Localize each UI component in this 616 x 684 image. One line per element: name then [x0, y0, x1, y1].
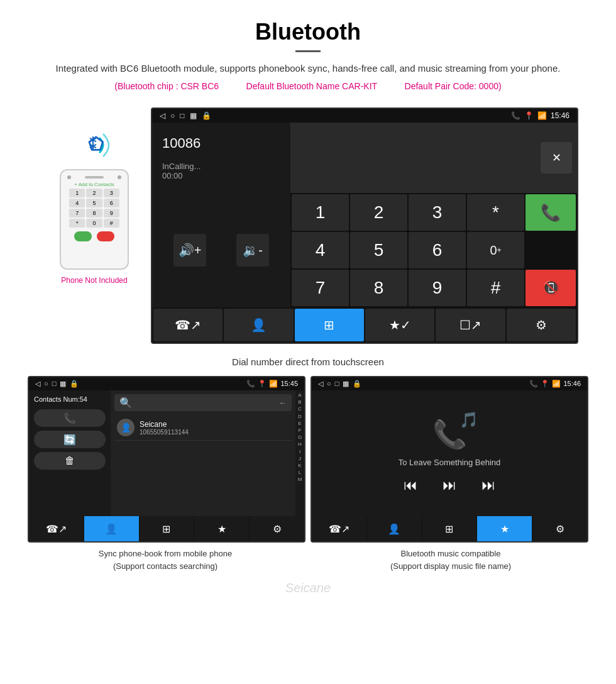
music-time: 15:46	[563, 380, 581, 388]
contacts-status-right: 📞 📍 📶 15:45	[246, 380, 298, 388]
backspace-button[interactable]: ✕	[541, 142, 572, 174]
calling-status: InCalling...	[162, 162, 280, 171]
music-caption-line2: (Support display music file name)	[390, 561, 511, 571]
contacts-wifi-icon: 📶	[269, 380, 278, 388]
contact-search-input[interactable]	[135, 399, 279, 407]
recents-icon: □	[180, 111, 184, 120]
mb-pad-btn[interactable]: ⊞	[422, 516, 477, 541]
music-caption-line1: Bluetooth music compatible	[401, 549, 501, 558]
refresh-action-button[interactable]: 🔄	[34, 431, 106, 448]
bottom-panels: ◁ ○ □ ▦ 🔒 📞 📍 📶 15:45 Contacts Num:54 📞 …	[0, 376, 616, 543]
phone-mock: ⬠ ⁑ + Add to Contacts 123 456 789 *0#	[38, 108, 151, 344]
contacts-caption: Sync phone-book from mobile phone (Suppo…	[28, 548, 303, 572]
key-8[interactable]: 8	[350, 270, 407, 306]
call-timer: 00:00	[162, 171, 280, 180]
page-title: Bluetooth	[38, 19, 578, 45]
mb-phone-btn[interactable]: ☎↗	[312, 516, 366, 541]
lock-icon: 🔒	[202, 111, 211, 120]
contact-item[interactable]: 👤 Seicane 10655059113144	[114, 415, 292, 441]
header-specs: (Bluetooth chip : CSR BC6 Default Blueto…	[38, 81, 578, 91]
music-recents-icon: □	[335, 380, 339, 388]
music-body: 📞 🎵 To Leave Something Behind ⏮ ⏭ ⏭	[312, 390, 587, 516]
music-location-icon: 📍	[541, 380, 549, 388]
dial-status-bar: ◁ ○ □ ▦ 🔒 📞 📍 📶 15:46	[152, 109, 577, 123]
cb-pad-btn[interactable]: ⊞	[140, 516, 194, 541]
phone-image: + Add to Contacts 123 456 789 *0#	[60, 169, 129, 270]
contacts-count: Contacts Num:54	[34, 395, 106, 403]
hangup-button[interactable]: 📵	[525, 270, 576, 306]
backspace-small-icon: ←	[279, 399, 287, 407]
contacts-bottom-bar: ☎↗ 👤 ⊞ ★ ⚙	[29, 516, 304, 541]
key-4[interactable]: 4	[292, 232, 349, 268]
key-7[interactable]: 7	[292, 270, 349, 306]
contact-avatar: 👤	[117, 419, 135, 436]
dial-settings-btn[interactable]: ⚙	[507, 309, 576, 341]
key-1[interactable]: 1	[292, 194, 349, 231]
key-0plus[interactable]: 0+	[467, 232, 524, 268]
contacts-caption-line2: (Support contacts searching)	[113, 561, 217, 571]
music-bottom-bar: ☎↗ 👤 ⊞ ★ ⚙	[312, 516, 587, 541]
volume-down-button[interactable]: 🔉-	[236, 234, 269, 267]
key-hash[interactable]: #	[467, 270, 524, 306]
dial-contact-btn[interactable]: 👤	[224, 309, 293, 341]
prev-button[interactable]: ⏮	[404, 477, 417, 494]
contacts-caption-line1: Sync phone-book from mobile phone	[99, 549, 232, 558]
music-wifi-icon: 📶	[552, 380, 561, 388]
dial-section: ⬠ ⁑ + Add to Contacts 123 456 789 *0#	[0, 108, 616, 344]
delete-action-button[interactable]: 🗑	[34, 452, 106, 470]
contacts-recents-icon: □	[52, 380, 57, 388]
alpha-list: A B C D E F G H I J K L M	[295, 390, 304, 516]
dial-transfer-btn[interactable]: ☎↗	[153, 309, 223, 341]
music-phone-note-icon: 📞 🎵	[432, 414, 467, 451]
music-caption: Bluetooth music compatible (Support disp…	[313, 548, 588, 572]
bluetooth-icon: ⬠ ⁑	[75, 126, 113, 164]
bt-name: Default Bluetooth Name CAR-KIT	[246, 81, 378, 91]
key-3[interactable]: 3	[409, 194, 466, 231]
mb-settings-btn[interactable]: ⚙	[532, 516, 587, 541]
call-button[interactable]: 📞	[525, 194, 576, 231]
cb-phone-btn[interactable]: ☎↗	[29, 516, 84, 541]
dialed-number: 10086	[162, 135, 280, 152]
music-home-icon: ○	[327, 380, 331, 388]
contacts-phone-icon: 📞	[246, 380, 255, 388]
cb-settings-btn[interactable]: ⚙	[250, 516, 304, 541]
contacts-time: 15:45	[280, 380, 298, 388]
volume-up-button[interactable]: 🔊+	[173, 234, 206, 267]
key-2[interactable]: 2	[350, 194, 407, 231]
dial-bt-btn[interactable]: ★✓	[365, 309, 434, 341]
header-description: Integrated with BC6 Bluetooth module, su…	[38, 61, 578, 76]
status-left: ◁ ○ □ ▦ 🔒	[160, 111, 211, 120]
mb-contact-btn[interactable]: 👤	[367, 516, 422, 541]
key-6[interactable]: 6	[409, 232, 466, 268]
bt-code: Default Pair Code: 0000)	[405, 81, 502, 91]
cb-bt-btn[interactable]: ★	[194, 516, 249, 541]
phone-status-icon: 📞	[511, 111, 520, 120]
contacts-panel: ◁ ○ □ ▦ 🔒 📞 📍 📶 15:45 Contacts Num:54 📞 …	[28, 376, 305, 543]
dial-input-area: ✕	[290, 123, 577, 193]
dial-screen: ◁ ○ □ ▦ 🔒 📞 📍 📶 15:46 10086 InCalling...…	[151, 108, 578, 344]
dial-source-btn[interactable]: ☐↗	[436, 309, 505, 341]
volume-area: 🔊+ 🔉-	[152, 193, 290, 307]
call-action-button[interactable]: 📞	[34, 409, 106, 427]
dial-pad-btn[interactable]: ⊞	[295, 309, 364, 341]
music-panel: ◁ ○ □ ▦ 🔒 📞 📍 📶 15:46 📞 🎵 To Leave So	[311, 376, 588, 543]
key-star[interactable]: *	[467, 194, 524, 231]
contacts-home-icon: ○	[44, 380, 48, 388]
key-9[interactable]: 9	[409, 270, 466, 306]
notification-icon: ▦	[190, 111, 197, 120]
cb-contact-btn[interactable]: 👤	[84, 516, 139, 541]
contact-number: 10655059113144	[140, 429, 189, 436]
dial-middle: 🔊+ 🔉- 1 2 3 * 📞 4 5 6 0+ 7 8 9 # 📵	[152, 193, 577, 307]
search-icon: 🔍	[119, 397, 132, 409]
mb-bt-btn[interactable]: ★	[477, 516, 532, 541]
contact-info: Seicane 10655059113144	[140, 420, 189, 436]
skip-button[interactable]: ⏭	[481, 477, 495, 494]
contacts-lock-icon: 🔒	[70, 380, 79, 388]
bt-chip: (Bluetooth chip : CSR BC6	[114, 81, 219, 91]
key-5[interactable]: 5	[350, 232, 407, 268]
next-track-button[interactable]: ⏭	[443, 477, 456, 494]
home-icon: ○	[170, 111, 175, 120]
panel-captions: Sync phone-book from mobile phone (Suppo…	[0, 543, 616, 578]
contact-list: 🔍 ← 👤 Seicane 10655059113144	[111, 390, 295, 516]
music-center: 📞 🎵 To Leave Something Behind ⏮ ⏭ ⏭	[399, 390, 501, 516]
